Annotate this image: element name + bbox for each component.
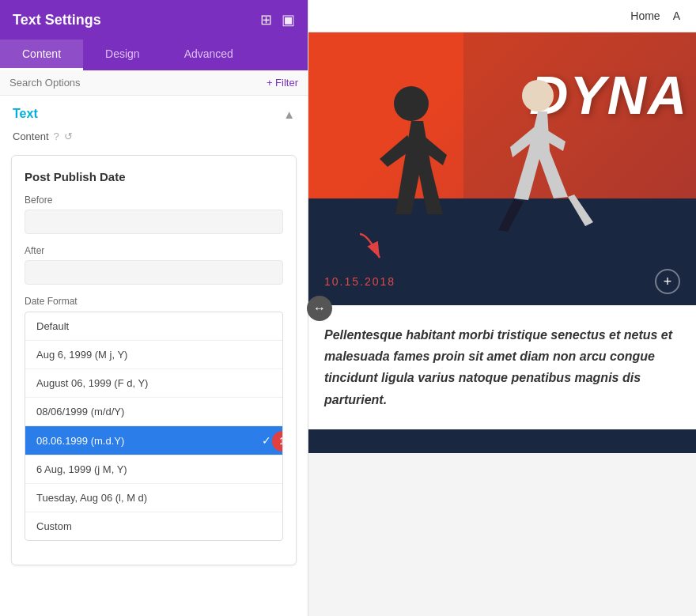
search-bar: + Filter <box>0 70 308 96</box>
expand-icon[interactable]: ⊞ <box>260 11 272 28</box>
after-input[interactable] <box>25 260 283 285</box>
help-icon[interactable]: ? <box>54 130 59 142</box>
dropdown-item-fdy[interactable]: August 06, 1999 (F d, Y) <box>25 369 282 398</box>
filter-button[interactable]: + Filter <box>267 77 298 89</box>
date-format-label: Date Format <box>25 296 283 307</box>
before-field-group: Before <box>25 195 283 234</box>
panel-title: Text Settings <box>13 12 101 28</box>
dropdown-item-mdy[interactable]: 08/06/1999 (m/d/Y) <box>25 398 282 426</box>
reset-icon[interactable]: ↺ <box>64 130 73 142</box>
date-format-group: Date Format Default Aug 6, 1999 (M j, Y)… <box>25 296 283 541</box>
card-title: Post Publish Date <box>25 170 283 183</box>
bottom-dark-bar <box>308 429 696 453</box>
panel-header: Text Settings ⊞ ▣ <box>0 0 308 40</box>
before-label: Before <box>25 195 283 206</box>
check-icon: ✓ <box>262 434 271 447</box>
content-section: Pellentesque habitant morbi tristique se… <box>308 305 696 429</box>
section-header: Text ▲ <box>0 96 308 127</box>
tab-design[interactable]: Design <box>83 40 162 70</box>
dropdown-item-default[interactable]: Default <box>25 312 282 341</box>
preview-area: DYNA <box>308 32 696 616</box>
dropdown-item-mdotdy[interactable]: 08.06.1999 (m.d.Y) ✓ <box>25 426 282 455</box>
top-nav: Home A <box>308 0 696 32</box>
section-title: Text <box>13 107 38 121</box>
after-field-group: After <box>25 245 283 285</box>
dropdown-item-custom[interactable]: Custom <box>25 512 282 540</box>
svg-point-2 <box>522 80 554 111</box>
red-arrow <box>352 230 399 270</box>
layout-icon[interactable]: ▣ <box>282 11 295 28</box>
before-input[interactable] <box>25 210 283 234</box>
dropdown-item-jmy[interactable]: 6 Aug, 1999 (j M, Y) <box>25 455 282 484</box>
tab-content[interactable]: Content <box>0 40 83 70</box>
dropdown-item-mjy[interactable]: Aug 6, 1999 (M j, Y) <box>25 341 282 369</box>
tab-advanced[interactable]: Advanced <box>162 40 255 70</box>
collapse-icon[interactable]: ▲ <box>283 108 295 121</box>
search-input[interactable] <box>9 77 260 89</box>
header-icons: ⊞ ▣ <box>260 11 295 28</box>
plus-button[interactable]: + <box>655 269 680 294</box>
tabs-bar: Content Design Advanced <box>0 40 308 70</box>
right-panel: Home A DYNA <box>308 0 696 616</box>
dropdown-item-lmd[interactable]: Tuesday, Aug 06 (l, M d) <box>25 484 282 512</box>
svg-point-1 <box>394 86 429 121</box>
hero-image: DYNA <box>308 32 696 262</box>
panel-content: Text ▲ Content ? ↺ Post Publish Date Bef… <box>0 96 308 616</box>
settings-card: Post Publish Date Before After Date Form… <box>11 155 297 565</box>
after-label: After <box>25 245 283 256</box>
dropdown-list: Default Aug 6, 1999 (M j, Y) August 06, … <box>25 312 283 541</box>
nav-a[interactable]: A <box>673 9 680 22</box>
date-text: 10.15.2018 <box>324 275 395 288</box>
content-label: Content <box>13 130 49 142</box>
content-label-row: Content ? ↺ <box>0 127 308 149</box>
resize-handle[interactable]: ↔ <box>307 296 332 321</box>
article-text: Pellentesque habitant morbi tristique se… <box>324 324 680 410</box>
nav-home[interactable]: Home <box>630 9 660 22</box>
section-actions: ▲ <box>283 108 295 121</box>
left-panel: Text Settings ⊞ ▣ Content Design Advance… <box>0 0 308 616</box>
